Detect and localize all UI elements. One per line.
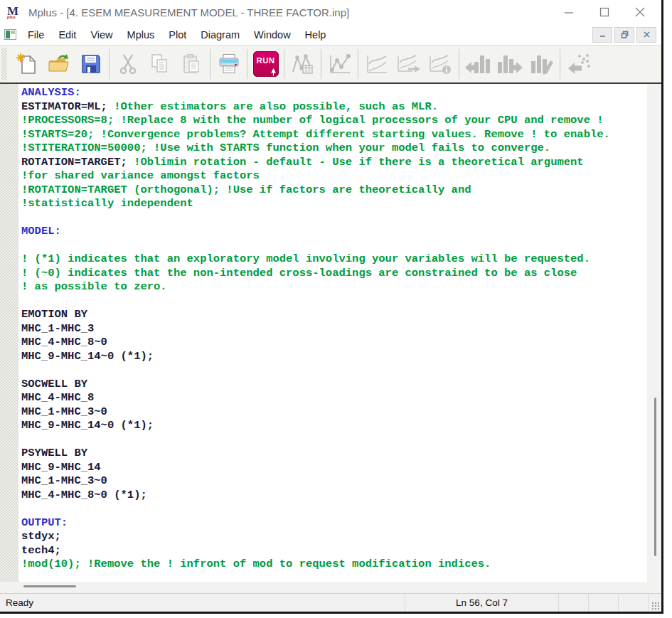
editor-line	[21, 294, 647, 309]
toolbar-gripper[interactable]	[1, 48, 7, 80]
cut-button[interactable]	[112, 48, 144, 80]
open-file-button[interactable]	[43, 48, 75, 80]
vertical-scrollbar-thumb[interactable]	[654, 398, 656, 556]
new-document-icon	[16, 53, 38, 75]
editor-line: !mod(10); !Remove the ! infront of mod t…	[21, 558, 647, 572]
menu-item-view[interactable]: View	[83, 26, 119, 43]
code-text: ESTIMATOR=ML;	[21, 100, 114, 113]
editor-line: tech4;	[21, 544, 647, 558]
editor-line	[21, 363, 647, 378]
save-icon	[80, 53, 102, 75]
code-keyword: MODEL:	[21, 225, 61, 238]
code-text: PSYWELL BY	[21, 447, 87, 459]
save-button[interactable]	[75, 48, 107, 80]
new-file-button[interactable]	[11, 48, 43, 80]
menu-item-edit[interactable]: Edit	[51, 26, 83, 43]
code-comment: !Other estimators are also possible, suc…	[114, 100, 438, 113]
mplus-window: M plus Mplus - [4. ESEM MEASUREMENT MODE…	[0, 0, 663, 614]
menu-item-diagram[interactable]: Diagram	[193, 26, 247, 43]
editor-line: ESTIMATOR=ML; !Other estimators are also…	[21, 100, 647, 114]
menu-item-plot[interactable]: Plot	[161, 26, 193, 43]
bars-next-button[interactable]	[494, 48, 526, 80]
editor-region: ANALYSIS:ESTIMATOR=ML; !Other estimators…	[0, 84, 661, 582]
code-comment: !STARTS=20; !Convergence problems? Attem…	[21, 128, 610, 141]
paste-button[interactable]	[176, 48, 208, 80]
editor-line: !statistically independent	[21, 197, 647, 211]
code-keyword: OUTPUT:	[21, 516, 68, 529]
plot-info-button[interactable]	[425, 48, 457, 80]
status-bar: Ready Ln 56, Col 7	[0, 593, 661, 612]
maximize-icon[interactable]	[599, 6, 610, 18]
horizontal-scrollbar[interactable]	[0, 582, 661, 593]
scatter-plot-button[interactable]	[324, 48, 356, 80]
mdi-restore-icon[interactable]	[614, 27, 634, 43]
code-text: MHC_9-MHC_14~0 (*1);	[21, 350, 154, 363]
editor-line: MHC_1-MHC_3~0	[21, 405, 647, 420]
menu-items: FileEditViewMplusPlotDiagramWindowHelp	[21, 28, 333, 41]
line-chart-info-icon	[428, 53, 454, 75]
code-text: MHC_4-MHC_8~0	[21, 336, 107, 348]
editor-line: ! (~0) indicates that the non-intended c…	[21, 267, 647, 281]
code-editor[interactable]: ANALYSIS:ESTIMATOR=ML; !Other estimators…	[18, 84, 647, 582]
editor-line: !STITERATION=50000; !Use with STARTS fun…	[21, 142, 647, 156]
menu-item-mplus[interactable]: Mplus	[120, 26, 162, 43]
toolbar-separator	[284, 49, 284, 79]
menu-item-window[interactable]: Window	[247, 26, 298, 43]
copy-button[interactable]	[144, 48, 176, 80]
editor-line: MHC_1-MHC_3	[21, 322, 647, 336]
editor-line: OUTPUT:	[21, 516, 647, 531]
line-plot-button[interactable]	[361, 48, 393, 80]
document-icon[interactable]	[4, 29, 16, 40]
line-chart-arrow-icon	[396, 53, 422, 75]
mdi-close-icon[interactable]	[636, 27, 656, 43]
menu-item-help[interactable]: Help	[298, 26, 334, 43]
editor-line: ROTATION=TARGET; !Oblimin rotation - def…	[21, 156, 647, 170]
editor-line: stdyx;	[21, 530, 647, 544]
code-comment: !for shared variance amongst factors	[21, 169, 260, 182]
cut-icon	[117, 53, 139, 75]
close-icon[interactable]	[634, 6, 646, 18]
editor-line: !ROTATION=TARGET (orthogonal); !Use if f…	[21, 183, 647, 198]
editor-line: !PROCESSORS=8; !Replace 8 with the numbe…	[21, 114, 647, 128]
scatter-left-arrow-icon	[567, 53, 591, 75]
editor-line: PSYWELL BY	[21, 447, 647, 461]
export-plot-button[interactable]	[393, 48, 425, 80]
editor-left-margin	[0, 84, 18, 582]
editor-line: !STARTS=20; !Convergence problems? Attem…	[21, 128, 647, 142]
bars-previous-button[interactable]	[462, 48, 494, 80]
editor-line	[21, 502, 647, 516]
menu-item-file[interactable]: File	[21, 26, 51, 43]
toolbar-buttons: RUN	[11, 48, 594, 80]
statusbar-pane	[558, 594, 588, 612]
run-button[interactable]: RUN	[250, 48, 282, 80]
code-comment: ! (~0) indicates that the non-intended c…	[21, 267, 577, 279]
editor-line	[21, 211, 647, 225]
resize-grip[interactable]	[648, 594, 661, 612]
toolbar-separator	[109, 49, 110, 79]
editor-line: MHC_9-MHC_14~0 (*1);	[21, 350, 647, 364]
editor-line: MHC_4-MHC_8~0	[21, 336, 647, 350]
code-text: MHC_4-MHC_8~0 (*1);	[21, 489, 147, 501]
code-text: SOCWELL BY	[21, 378, 87, 390]
editor-line: MHC_9-MHC_14~0 (*1);	[21, 419, 647, 433]
minimize-icon[interactable]	[563, 6, 575, 18]
status-ready-text: Ready	[0, 597, 33, 608]
toolbar-separator	[358, 49, 358, 79]
edit-plot-button[interactable]	[526, 48, 558, 80]
mdi-minimize-icon[interactable]	[592, 27, 612, 43]
plot-grid-icon	[291, 53, 315, 75]
code-text: MHC_4-MHC_8	[21, 391, 94, 404]
editor-line: ! (*1) indicates that an exploratory mod…	[21, 252, 647, 267]
horizontal-scrollbar-thumb[interactable]	[23, 585, 76, 587]
view-plots-button[interactable]	[287, 48, 319, 80]
code-keyword: ANALYSIS:	[21, 86, 81, 99]
bar-chart-right-arrow-icon	[496, 53, 523, 75]
cursor-position: Ln 56, Col 7	[405, 594, 558, 612]
toolbar-separator	[247, 49, 247, 79]
statusbar-pane	[588, 594, 618, 612]
vertical-scrollbar[interactable]	[647, 84, 661, 582]
scatter-back-button[interactable]	[562, 48, 594, 80]
code-comment: ! as possible to zero.	[21, 280, 167, 293]
print-button[interactable]	[213, 48, 245, 80]
code-comment: !PROCESSORS=8; !Replace 8 with the numbe…	[21, 114, 604, 127]
